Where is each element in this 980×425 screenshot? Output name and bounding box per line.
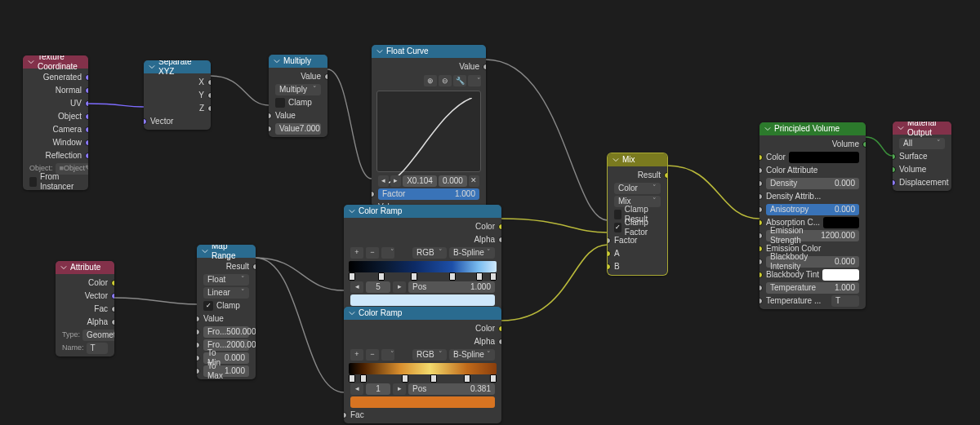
dtype-dropdown[interactable]: Color bbox=[614, 183, 661, 194]
clamp-toggle[interactable]: Clamp bbox=[269, 96, 327, 108]
prev-point-icon[interactable]: ◂ bbox=[378, 175, 389, 187]
mode-dropdown[interactable]: RGB bbox=[412, 349, 447, 361]
field-color[interactable]: Color bbox=[760, 151, 866, 163]
field-temperature[interactable]: Temperature1.000 bbox=[760, 281, 866, 294]
stop-pos[interactable]: Pos0.381 bbox=[408, 383, 495, 395]
node-separate-xyz[interactable]: Separate XYZ X Y Z Vector bbox=[144, 60, 211, 130]
out-reflection: Reflection bbox=[23, 149, 88, 162]
out-color: Color bbox=[56, 277, 114, 289]
out-alpha: Alpha bbox=[344, 233, 501, 246]
in-a: A bbox=[608, 247, 667, 259]
stop-index[interactable]: 1 bbox=[366, 383, 390, 395]
field-blackbody-intensity[interactable]: Blackbody Intensity0.000 bbox=[760, 255, 866, 268]
prev-stop-icon[interactable]: ◂ bbox=[350, 281, 363, 293]
ramp-menu[interactable] bbox=[381, 247, 394, 259]
node-map-range[interactable]: Map Range Result Float Linear Clamp Valu… bbox=[197, 245, 256, 379]
stop-pos[interactable]: Pos1.000 bbox=[408, 281, 495, 293]
node-texture-coordinate[interactable]: Texture Coordinate Generated Normal UV O… bbox=[23, 55, 88, 190]
node-float-curve[interactable]: Float Curve Value ⊕ ⊖ 🔧 ◂ ▸ X0.104 0.000… bbox=[372, 45, 486, 215]
add-stop-icon[interactable]: + bbox=[350, 349, 363, 361]
zoom-out-icon[interactable]: ⊖ bbox=[439, 75, 452, 86]
in-displacement: Displacement bbox=[893, 176, 951, 188]
clamp-factor-toggle[interactable]: Clamp Factor bbox=[608, 221, 667, 233]
field-temperature-[interactable]: Temperature ...T bbox=[760, 294, 866, 307]
out-y: Y bbox=[144, 89, 211, 101]
stop-index[interactable]: 5 bbox=[366, 281, 390, 293]
interp-dropdown[interactable]: B-Spline bbox=[449, 247, 495, 259]
node-principled-volume[interactable]: Principled Volume Volume ColorColor Attr… bbox=[760, 122, 866, 309]
delete-point-icon[interactable]: ✕ bbox=[469, 175, 479, 187]
node-material-output[interactable]: Material Output All Surface Volume Displ… bbox=[893, 122, 951, 191]
mode-dropdown[interactable]: RGB bbox=[412, 247, 447, 259]
out-object: Object bbox=[23, 110, 88, 122]
add-stop-icon[interactable]: + bbox=[350, 247, 363, 259]
next-stop-icon[interactable]: ▸ bbox=[393, 281, 406, 293]
gradient[interactable] bbox=[349, 363, 497, 374]
field-density-attrib-[interactable]: Density Attrib... bbox=[760, 190, 866, 202]
field-emission-strength[interactable]: Emission Strength1200.000 bbox=[760, 229, 866, 241]
in-factor[interactable]: Factor1.000 bbox=[372, 188, 486, 200]
in-b: B bbox=[608, 260, 667, 272]
out-color: Color bbox=[344, 322, 501, 334]
curve-editor[interactable] bbox=[376, 91, 481, 172]
out-result: Result bbox=[608, 169, 667, 181]
out-result: Result bbox=[197, 260, 256, 272]
in-factor: Factor bbox=[608, 234, 667, 246]
in-volume: Volume bbox=[893, 163, 951, 175]
from-instancer-toggle[interactable]: From Instancer bbox=[23, 175, 88, 188]
attr-name-input[interactable]: T bbox=[87, 343, 108, 354]
out-alpha: Alpha bbox=[56, 316, 114, 328]
ramp-menu[interactable] bbox=[381, 349, 394, 361]
out-window: Window bbox=[23, 136, 88, 148]
out-vector: Vector bbox=[56, 290, 114, 302]
zoom-in-icon[interactable]: ⊕ bbox=[424, 75, 437, 86]
interp-dropdown[interactable]: Linear bbox=[203, 287, 249, 299]
next-point-icon[interactable]: ▸ bbox=[390, 175, 401, 187]
out-x: X bbox=[144, 76, 211, 88]
in-to-min[interactable]: To Min0.000 bbox=[197, 352, 256, 364]
next-stop-icon[interactable]: ▸ bbox=[393, 383, 406, 395]
out-value: Value bbox=[372, 60, 486, 73]
field-density[interactable]: Density0.000 bbox=[760, 177, 866, 189]
tools-icon[interactable]: 🔧 bbox=[453, 75, 466, 86]
target-dropdown[interactable]: All bbox=[899, 138, 945, 149]
in-surface: Surface bbox=[893, 150, 951, 162]
operation-dropdown[interactable]: Multiply bbox=[275, 84, 321, 95]
interp-dropdown[interactable]: B-Spline bbox=[449, 349, 495, 361]
field-anisotropy[interactable]: Anisotropy0.000 bbox=[760, 203, 866, 215]
node-mix[interactable]: Mix Result Color Mix Clamp Result Clamp … bbox=[608, 153, 667, 275]
node-color-ramp-1[interactable]: Color Ramp Color Alpha + − RGB B-Spline … bbox=[344, 205, 501, 321]
out-value: Value bbox=[269, 70, 327, 82]
in-from-min[interactable]: Fro...500.000 bbox=[197, 325, 256, 338]
node-math-multiply[interactable]: Multiply Value Multiply Clamp Value Valu… bbox=[269, 55, 327, 137]
stop-color-swatch[interactable] bbox=[350, 396, 495, 408]
remove-stop-icon[interactable]: − bbox=[366, 349, 379, 361]
out-volume: Volume bbox=[760, 138, 866, 150]
out-generated: Generated bbox=[23, 71, 88, 83]
stop-color-swatch[interactable] bbox=[350, 294, 495, 306]
out-normal: Normal bbox=[23, 84, 88, 96]
curve-toolbar: ⊕ ⊖ 🔧 bbox=[372, 75, 486, 86]
in-vector: Vector bbox=[144, 115, 211, 127]
attr-type-dropdown[interactable]: Geometry bbox=[82, 330, 114, 341]
gradient[interactable] bbox=[349, 261, 497, 272]
out-fac: Fac bbox=[56, 303, 114, 315]
field-blackbody-tint[interactable]: Blackbody Tint bbox=[760, 268, 866, 281]
in-value-2[interactable]: Value7.000 bbox=[269, 122, 327, 135]
prev-stop-icon[interactable]: ◂ bbox=[350, 383, 363, 395]
clamp-toggle[interactable]: Clamp bbox=[197, 299, 256, 312]
curve-menu[interactable] bbox=[468, 75, 481, 86]
node-header[interactable]: Texture Coordinate bbox=[23, 55, 88, 69]
out-camera: Camera bbox=[23, 123, 88, 135]
node-attribute[interactable]: Attribute Color Vector Fac Alpha Type:Ge… bbox=[56, 261, 114, 356]
node-color-ramp-2[interactable]: Color Ramp Color Alpha + − RGB B-Spline … bbox=[344, 307, 501, 423]
in-value: Value bbox=[197, 312, 256, 325]
dtype-dropdown[interactable]: Float bbox=[203, 274, 249, 286]
field-color-attribute[interactable]: Color Attribute bbox=[760, 164, 866, 176]
in-to-max[interactable]: To Max1.000 bbox=[197, 365, 256, 377]
node-header[interactable]: Separate XYZ bbox=[144, 60, 211, 73]
in-from-max[interactable]: Fro...2000.000 bbox=[197, 339, 256, 351]
in-value-1: Value bbox=[269, 109, 327, 122]
in-fac: Fac bbox=[344, 409, 501, 421]
remove-stop-icon[interactable]: − bbox=[366, 247, 379, 259]
